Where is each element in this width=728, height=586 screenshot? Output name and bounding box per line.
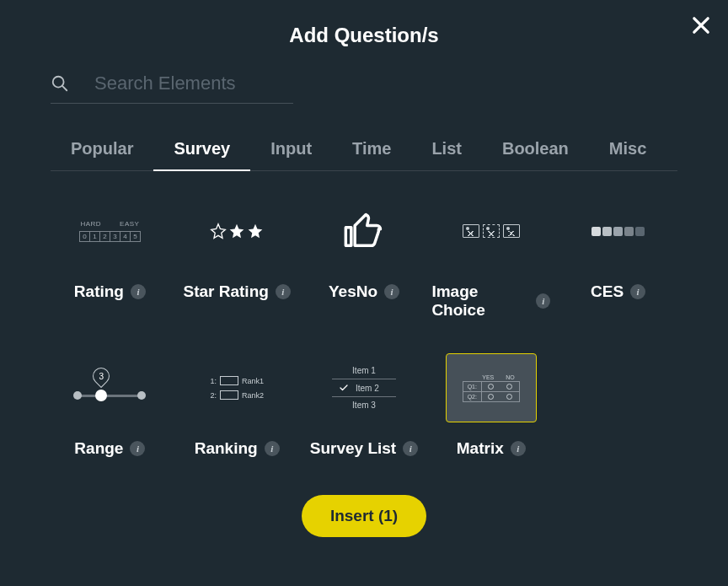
rating-icon: HARD EASY 0 1 2 3 4 5 [64,196,155,266]
modal-title: Add Question/s [0,0,728,47]
image-choice-icon [446,196,537,266]
element-label: Matrix [457,439,504,458]
element-grid: HARD EASY 0 1 2 3 4 5 Rating i [51,196,677,458]
info-icon[interactable]: i [403,441,418,456]
element-ces[interactable]: CES i [559,196,677,320]
element-label: Survey List [310,439,396,458]
element-label: Ranking [195,439,258,458]
element-range[interactable]: 3 Range i [51,353,169,458]
tab-list[interactable]: List [411,139,482,170]
tabs: Popular Survey Input Time List Boolean M… [51,139,677,171]
tab-misc[interactable]: Misc [589,139,666,170]
ranking-icon: 1:Rank1 2:Rank2 [191,353,282,422]
info-icon[interactable]: i [630,284,645,299]
element-label: CES [591,282,624,301]
element-rating[interactable]: HARD EASY 0 1 2 3 4 5 Rating i [51,196,169,320]
insert-button[interactable]: Insert (1) [302,495,426,537]
tab-time[interactable]: Time [332,139,411,170]
element-label: Range [74,439,123,458]
element-star-rating[interactable]: Star Rating i [178,196,297,320]
info-icon[interactable]: i [536,293,550,309]
close-icon [689,13,713,37]
thumbs-up-icon [318,196,410,266]
search-icon [51,74,69,93]
info-icon[interactable]: i [511,441,526,456]
survey-list-icon: Item 1 Item 2 Item 3 [318,353,410,422]
info-icon[interactable]: i [130,441,145,456]
tab-survey[interactable]: Survey [153,139,250,170]
info-icon[interactable]: i [265,441,280,456]
star-rating-icon [191,196,282,266]
tab-input[interactable]: Input [250,139,332,170]
tab-popular[interactable]: Popular [51,139,153,170]
element-label: Rating [74,282,124,301]
ces-icon [573,196,664,266]
svg-line-1 [62,86,67,90]
tab-boolean[interactable]: Boolean [482,139,589,170]
close-button[interactable] [689,13,713,37]
element-yesno[interactable]: YesNo i [305,196,424,320]
search-field[interactable] [51,73,293,104]
element-image-choice[interactable]: Image Choice i [431,196,550,320]
element-label: YesNo [329,282,377,301]
info-icon[interactable]: i [131,284,146,299]
info-icon[interactable]: i [384,284,399,299]
matrix-icon: YES NO Q1: Q2: [446,353,537,422]
element-survey-list[interactable]: Item 1 Item 2 Item 3 Survey List i [305,353,424,458]
check-icon [339,383,349,393]
element-label: Image Choice [431,282,529,320]
element-ranking[interactable]: 1:Rank1 2:Rank2 Ranking i [178,353,297,458]
range-icon: 3 [64,353,155,422]
element-matrix[interactable]: YES NO Q1: Q2: Matrix i [431,353,550,458]
element-label: Star Rating [184,282,269,301]
info-icon[interactable]: i [276,284,291,299]
search-input[interactable] [94,73,263,94]
